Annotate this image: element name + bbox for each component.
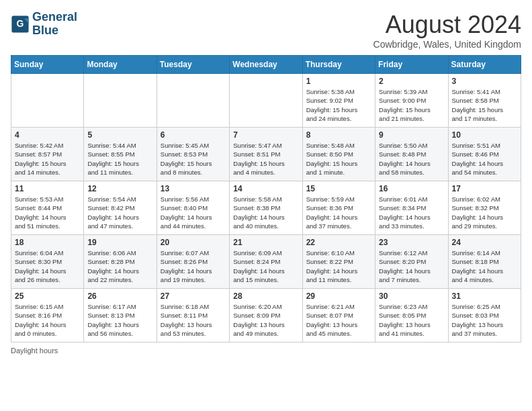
day-detail: Sunrise: 6:04 AM Sunset: 8:30 PM Dayligh… xyxy=(15,248,80,284)
day-cell: 5Sunrise: 5:44 AM Sunset: 8:55 PM Daylig… xyxy=(84,128,157,181)
day-detail: Sunrise: 6:17 AM Sunset: 8:13 PM Dayligh… xyxy=(87,302,152,338)
day-number: 14 xyxy=(233,184,298,193)
day-cell: 20Sunrise: 6:07 AM Sunset: 8:26 PM Dayli… xyxy=(157,235,229,289)
day-cell: 25Sunrise: 6:15 AM Sunset: 8:16 PM Dayli… xyxy=(11,289,84,342)
day-cell: 24Sunrise: 6:14 AM Sunset: 8:18 PM Dayli… xyxy=(448,235,521,289)
day-cell: 4Sunrise: 5:42 AM Sunset: 8:57 PM Daylig… xyxy=(11,128,84,181)
header-row: SundayMondayTuesdayWednesdayThursdayFrid… xyxy=(11,56,521,74)
day-number: 4 xyxy=(15,130,80,140)
day-detail: Sunrise: 5:56 AM Sunset: 8:40 PM Dayligh… xyxy=(161,195,226,230)
day-cell: 26Sunrise: 6:17 AM Sunset: 8:13 PM Dayli… xyxy=(84,289,157,342)
day-detail: Sunrise: 5:50 AM Sunset: 8:48 PM Dayligh… xyxy=(379,141,444,177)
day-cell: 27Sunrise: 6:18 AM Sunset: 8:11 PM Dayli… xyxy=(157,289,229,342)
day-detail: Sunrise: 6:18 AM Sunset: 8:11 PM Dayligh… xyxy=(161,302,226,338)
day-cell: 29Sunrise: 6:21 AM Sunset: 8:07 PM Dayli… xyxy=(302,289,375,342)
day-detail: Sunrise: 6:23 AM Sunset: 8:05 PM Dayligh… xyxy=(379,302,444,338)
day-cell: 12Sunrise: 5:54 AM Sunset: 8:42 PM Dayli… xyxy=(84,181,157,235)
day-detail: Sunrise: 5:48 AM Sunset: 8:50 PM Dayligh… xyxy=(306,141,371,177)
col-header-tuesday: Tuesday xyxy=(157,56,229,74)
day-cell: 31Sunrise: 6:25 AM Sunset: 8:03 PM Dayli… xyxy=(448,289,521,342)
day-detail: Sunrise: 5:39 AM Sunset: 9:00 PM Dayligh… xyxy=(379,87,444,123)
week-row-5: 25Sunrise: 6:15 AM Sunset: 8:16 PM Dayli… xyxy=(11,289,521,342)
day-number: 13 xyxy=(161,184,226,193)
day-number: 30 xyxy=(379,291,444,301)
day-detail: Sunrise: 6:25 AM Sunset: 8:03 PM Dayligh… xyxy=(452,302,517,338)
day-cell: 2Sunrise: 5:39 AM Sunset: 9:00 PM Daylig… xyxy=(375,74,448,128)
day-cell: 14Sunrise: 5:58 AM Sunset: 8:38 PM Dayli… xyxy=(230,181,302,235)
week-row-2: 4Sunrise: 5:42 AM Sunset: 8:57 PM Daylig… xyxy=(11,128,521,181)
day-detail: Sunrise: 6:15 AM Sunset: 8:16 PM Dayligh… xyxy=(15,302,80,338)
day-cell: 11Sunrise: 5:53 AM Sunset: 8:44 PM Dayli… xyxy=(11,181,84,235)
day-number: 23 xyxy=(379,238,444,247)
day-detail: Sunrise: 5:38 AM Sunset: 9:02 PM Dayligh… xyxy=(306,87,371,123)
day-number: 1 xyxy=(306,77,371,86)
day-detail: Sunrise: 5:45 AM Sunset: 8:53 PM Dayligh… xyxy=(161,141,226,177)
day-cell: 16Sunrise: 6:01 AM Sunset: 8:34 PM Dayli… xyxy=(375,181,448,235)
day-number: 6 xyxy=(161,130,226,140)
logo-line1: General xyxy=(32,11,77,24)
day-number: 27 xyxy=(161,291,226,301)
day-cell: 18Sunrise: 6:04 AM Sunset: 8:30 PM Dayli… xyxy=(11,235,84,289)
day-detail: Sunrise: 6:12 AM Sunset: 8:20 PM Dayligh… xyxy=(379,248,444,284)
day-cell: 19Sunrise: 6:06 AM Sunset: 8:28 PM Dayli… xyxy=(84,235,157,289)
day-cell: 3Sunrise: 5:41 AM Sunset: 8:58 PM Daylig… xyxy=(448,74,521,128)
day-cell: 23Sunrise: 6:12 AM Sunset: 8:20 PM Dayli… xyxy=(375,235,448,289)
day-cell: 1Sunrise: 5:38 AM Sunset: 9:02 PM Daylig… xyxy=(302,74,375,128)
day-number: 21 xyxy=(233,238,298,247)
footer-note: Daylight hours xyxy=(11,347,521,355)
day-number: 29 xyxy=(306,291,371,301)
day-cell: 7Sunrise: 5:47 AM Sunset: 8:51 PM Daylig… xyxy=(230,128,302,181)
month-title: August 2024 xyxy=(373,11,521,39)
day-number: 12 xyxy=(87,184,152,193)
day-cell: 6Sunrise: 5:45 AM Sunset: 8:53 PM Daylig… xyxy=(157,128,229,181)
col-header-wednesday: Wednesday xyxy=(230,56,302,74)
week-row-4: 18Sunrise: 6:04 AM Sunset: 8:30 PM Dayli… xyxy=(11,235,521,289)
day-cell: 8Sunrise: 5:48 AM Sunset: 8:50 PM Daylig… xyxy=(302,128,375,181)
day-number: 16 xyxy=(379,184,444,193)
day-number: 28 xyxy=(233,291,298,301)
day-detail: Sunrise: 5:58 AM Sunset: 8:38 PM Dayligh… xyxy=(233,195,298,230)
day-number: 20 xyxy=(161,238,226,247)
day-number: 7 xyxy=(233,130,298,140)
day-cell: 10Sunrise: 5:51 AM Sunset: 8:46 PM Dayli… xyxy=(448,128,521,181)
day-cell: 30Sunrise: 6:23 AM Sunset: 8:05 PM Dayli… xyxy=(375,289,448,342)
day-detail: Sunrise: 6:14 AM Sunset: 8:18 PM Dayligh… xyxy=(452,248,517,284)
day-number: 5 xyxy=(87,130,152,140)
day-cell: 21Sunrise: 6:09 AM Sunset: 8:24 PM Dayli… xyxy=(230,235,302,289)
day-cell xyxy=(84,74,157,128)
day-detail: Sunrise: 6:06 AM Sunset: 8:28 PM Dayligh… xyxy=(87,248,152,284)
location: Cowbridge, Wales, United Kingdom xyxy=(373,39,521,50)
day-cell xyxy=(157,74,229,128)
col-header-sunday: Sunday xyxy=(11,56,84,74)
day-number: 24 xyxy=(452,238,517,247)
day-detail: Sunrise: 5:44 AM Sunset: 8:55 PM Dayligh… xyxy=(87,141,152,177)
day-cell: 9Sunrise: 5:50 AM Sunset: 8:48 PM Daylig… xyxy=(375,128,448,181)
day-number: 15 xyxy=(306,184,371,193)
day-cell: 17Sunrise: 6:02 AM Sunset: 8:32 PM Dayli… xyxy=(448,181,521,235)
day-detail: Sunrise: 5:47 AM Sunset: 8:51 PM Dayligh… xyxy=(233,141,298,177)
day-detail: Sunrise: 5:41 AM Sunset: 8:58 PM Dayligh… xyxy=(452,87,517,123)
day-number: 22 xyxy=(306,238,371,247)
col-header-thursday: Thursday xyxy=(302,56,375,74)
day-number: 10 xyxy=(452,130,517,140)
day-detail: Sunrise: 6:10 AM Sunset: 8:22 PM Dayligh… xyxy=(306,248,371,284)
day-number: 9 xyxy=(379,130,444,140)
week-row-1: 1Sunrise: 5:38 AM Sunset: 9:02 PM Daylig… xyxy=(11,74,521,128)
day-number: 19 xyxy=(87,238,152,247)
day-detail: Sunrise: 6:09 AM Sunset: 8:24 PM Dayligh… xyxy=(233,248,298,284)
week-row-3: 11Sunrise: 5:53 AM Sunset: 8:44 PM Dayli… xyxy=(11,181,521,235)
calendar-table: SundayMondayTuesdayWednesdayThursdayFrid… xyxy=(11,55,521,342)
day-cell xyxy=(230,74,302,128)
col-header-saturday: Saturday xyxy=(448,56,521,74)
svg-text:G: G xyxy=(17,18,24,29)
logo: G General Blue xyxy=(11,11,77,38)
day-detail: Sunrise: 6:20 AM Sunset: 8:09 PM Dayligh… xyxy=(233,302,298,338)
day-number: 3 xyxy=(452,77,517,86)
day-number: 17 xyxy=(452,184,517,193)
day-number: 31 xyxy=(452,291,517,301)
col-header-friday: Friday xyxy=(375,56,448,74)
day-cell: 22Sunrise: 6:10 AM Sunset: 8:22 PM Dayli… xyxy=(302,235,375,289)
col-header-monday: Monday xyxy=(84,56,157,74)
day-number: 26 xyxy=(87,291,152,301)
header: G General Blue August 2024 Cowbridge, Wa… xyxy=(11,11,521,50)
